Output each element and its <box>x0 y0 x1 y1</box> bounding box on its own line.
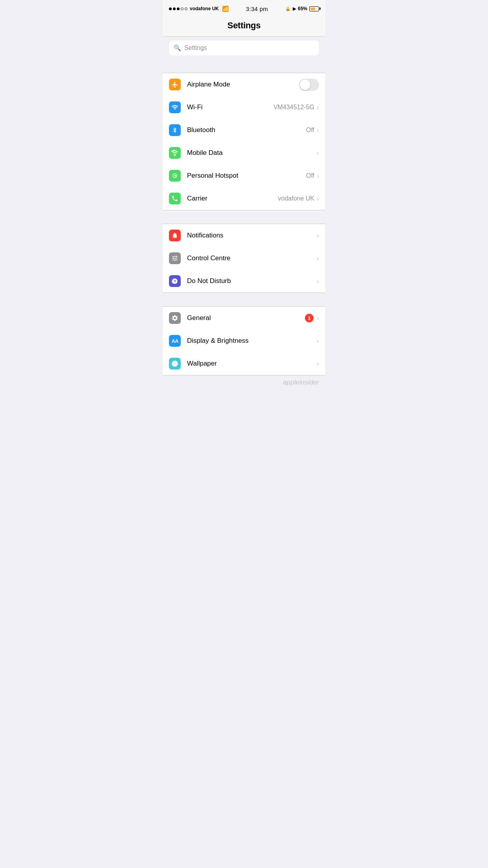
personal-hotspot-row[interactable]: Personal Hotspot Off › <box>163 164 325 187</box>
general-icon <box>169 312 181 324</box>
wallpaper-chevron: › <box>317 360 319 368</box>
mobile-data-svg <box>171 149 178 156</box>
do-not-disturb-icon <box>169 275 181 287</box>
do-not-disturb-label: Do Not Disturb <box>187 277 317 285</box>
bluetooth-icon <box>169 124 181 136</box>
carrier-row[interactable]: Carrier vodafone UK › <box>163 187 325 210</box>
mobile-data-row[interactable]: Mobile Data › <box>163 142 325 164</box>
airplane-mode-toggle-knob <box>300 79 310 90</box>
carrier-label: Carrier <box>187 195 278 202</box>
carrier-name: vodafone UK <box>190 6 219 11</box>
bluetooth-chevron: › <box>317 126 319 134</box>
watermark-text: appleinsider <box>283 379 319 386</box>
display-brightness-icon-text: AA <box>172 338 178 344</box>
notifications-label: Notifications <box>187 232 317 239</box>
mobile-data-label: Mobile Data <box>187 149 317 157</box>
carrier-icon <box>169 193 181 204</box>
bluetooth-label: Bluetooth <box>187 126 306 134</box>
search-container: 🔍 Settings <box>163 37 325 59</box>
do-not-disturb-row[interactable]: Do Not Disturb › <box>163 270 325 292</box>
section-gap-1 <box>163 59 325 73</box>
signal-dot-3 <box>177 7 180 10</box>
page-title: Settings <box>163 20 325 31</box>
general-display-group: General 1 › AA Display & Brightness › Wa… <box>163 306 325 375</box>
do-not-disturb-chevron: › <box>317 277 319 285</box>
status-left: vodafone UK 📶 <box>169 6 229 12</box>
wifi-svg <box>171 104 178 111</box>
battery-fill <box>310 7 315 10</box>
notifications-chevron: › <box>317 232 319 240</box>
wallpaper-icon <box>169 358 181 370</box>
bluetooth-row[interactable]: Bluetooth Off › <box>163 119 325 142</box>
location-icon: ▶ <box>293 6 296 11</box>
wifi-icon <box>169 101 181 113</box>
search-placeholder: Settings <box>184 44 207 51</box>
signal-dot-1 <box>169 7 172 10</box>
personal-hotspot-value: Off <box>306 172 314 179</box>
bluetooth-svg <box>172 126 178 134</box>
wifi-label: Wi-Fi <box>187 103 273 111</box>
personal-hotspot-icon <box>169 170 181 182</box>
battery-indicator <box>309 6 319 11</box>
section-gap-2 <box>163 210 325 224</box>
mobile-data-chevron: › <box>317 149 319 157</box>
airplane-mode-icon <box>169 79 181 90</box>
status-bar: vodafone UK 📶 3:34 pm 🔒 ▶ 65% <box>163 0 325 17</box>
do-not-disturb-svg <box>171 278 178 285</box>
control-centre-label: Control Centre <box>187 254 317 262</box>
notifications-group: Notifications › Control Centre › Do Not … <box>163 224 325 293</box>
wifi-chevron: › <box>317 103 319 112</box>
hotspot-svg <box>171 172 178 179</box>
general-row[interactable]: General 1 › <box>163 307 325 329</box>
control-centre-row[interactable]: Control Centre › <box>163 247 325 270</box>
search-bar[interactable]: 🔍 Settings <box>169 40 319 55</box>
display-brightness-label: Display & Brightness <box>187 337 317 345</box>
notifications-row[interactable]: Notifications › <box>163 224 325 247</box>
general-label: General <box>187 314 305 322</box>
watermark: appleinsider <box>163 375 325 386</box>
wifi-row[interactable]: Wi-Fi VM434512-5G › <box>163 96 325 119</box>
general-badge: 1 <box>305 314 314 322</box>
search-icon: 🔍 <box>174 44 181 51</box>
carrier-svg <box>171 195 178 202</box>
wifi-value: VM434512-5G <box>273 104 314 111</box>
airplane-mode-label: Airplane Mode <box>187 81 299 88</box>
wallpaper-svg <box>171 360 178 367</box>
personal-hotspot-chevron: › <box>317 172 319 180</box>
general-svg <box>171 314 178 322</box>
mobile-data-icon <box>169 147 181 159</box>
page-header: Settings <box>163 17 325 37</box>
control-centre-svg <box>171 255 178 262</box>
carrier-value: vodafone UK <box>278 195 314 202</box>
signal-dot-5 <box>185 7 187 10</box>
control-centre-chevron: › <box>317 254 319 263</box>
display-brightness-icon: AA <box>169 335 181 347</box>
carrier-chevron: › <box>317 195 319 203</box>
battery-shell <box>309 6 319 11</box>
battery-percentage: 65% <box>298 6 307 11</box>
signal-dot-4 <box>181 7 183 10</box>
wifi-status-icon: 📶 <box>222 6 229 12</box>
signal-strength <box>169 7 187 10</box>
notifications-svg <box>171 232 178 239</box>
section-gap-3 <box>163 293 325 306</box>
notifications-icon <box>169 230 181 241</box>
status-time: 3:34 pm <box>246 6 268 12</box>
svg-point-0 <box>174 154 176 156</box>
airplane-mode-toggle[interactable] <box>299 79 319 91</box>
bluetooth-value: Off <box>306 127 314 134</box>
wallpaper-label: Wallpaper <box>187 360 317 368</box>
connectivity-group: Airplane Mode Wi-Fi VM434512-5G › Blueto… <box>163 73 325 210</box>
status-right: 🔒 ▶ 65% <box>285 6 319 11</box>
personal-hotspot-label: Personal Hotspot <box>187 172 306 180</box>
display-brightness-chevron: › <box>317 337 319 345</box>
signal-dot-2 <box>173 7 176 10</box>
control-centre-icon <box>169 252 181 264</box>
airplane-svg <box>171 81 178 88</box>
airplane-mode-row[interactable]: Airplane Mode <box>163 73 325 96</box>
wallpaper-row[interactable]: Wallpaper › <box>163 352 325 375</box>
lock-icon: 🔒 <box>285 6 291 11</box>
general-chevron: › <box>317 314 319 322</box>
display-brightness-row[interactable]: AA Display & Brightness › <box>163 329 325 352</box>
